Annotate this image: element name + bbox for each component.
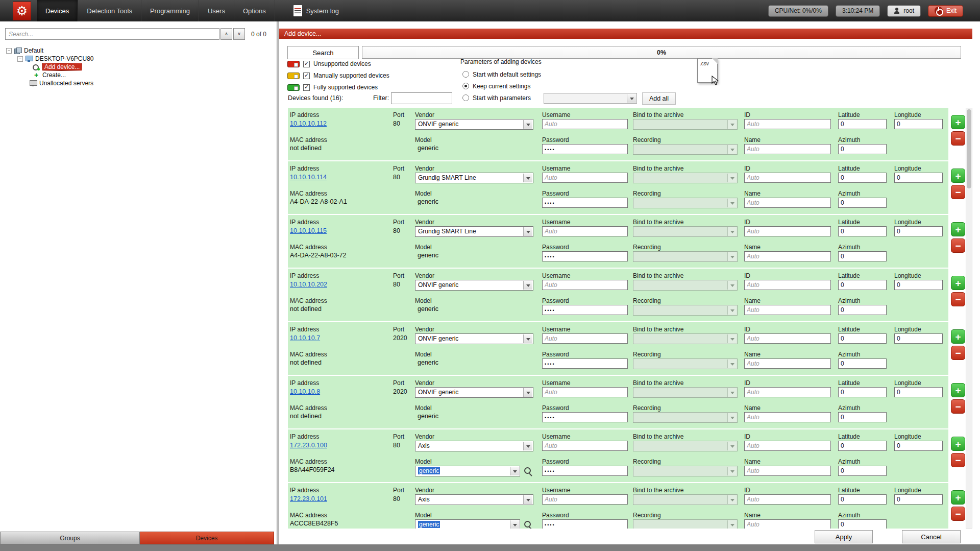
radio-option[interactable]: Start with parameters: [462, 93, 542, 102]
tree-item-add-device[interactable]: Add device...: [6, 63, 274, 71]
username-input[interactable]: [542, 494, 628, 505]
add-all-target-combobox[interactable]: [544, 93, 637, 104]
filter-checkbox[interactable]: ✓: [303, 84, 310, 91]
add-device-row-button[interactable]: +: [951, 169, 965, 183]
apply-button[interactable]: Apply: [815, 530, 873, 543]
name-input[interactable]: [744, 198, 831, 208]
vendor-combobox[interactable]: ONVIF generic: [415, 333, 533, 344]
remove-device-row-button[interactable]: −: [951, 292, 965, 306]
user-badge[interactable]: root: [887, 5, 921, 17]
name-input[interactable]: [744, 358, 831, 369]
ip-address-link[interactable]: 10.10.10.8: [290, 388, 320, 395]
name-input[interactable]: [744, 251, 831, 261]
bind-archive-combobox[interactable]: [633, 226, 738, 237]
settings-gear-button[interactable]: ⚙: [13, 2, 31, 20]
azimuth-input[interactable]: [838, 412, 887, 422]
latitude-input[interactable]: [838, 494, 887, 505]
name-input[interactable]: [744, 519, 831, 529]
recording-combobox[interactable]: [633, 198, 738, 208]
add-all-button[interactable]: Add all: [642, 92, 676, 105]
username-input[interactable]: [542, 441, 628, 451]
search-prev-button[interactable]: ∧: [220, 28, 232, 40]
latitude-input[interactable]: [838, 119, 887, 129]
bind-archive-combobox[interactable]: [633, 387, 738, 398]
filter-checkbox[interactable]: ✓: [303, 73, 310, 79]
collapse-icon[interactable]: −: [17, 56, 23, 62]
ip-address-link[interactable]: 10.10.10.202: [290, 281, 327, 288]
tab-devices[interactable]: Devices: [140, 532, 274, 544]
nav-tab[interactable]: Options: [234, 0, 275, 21]
tab-groups[interactable]: Groups: [0, 532, 140, 544]
azimuth-input[interactable]: [838, 251, 887, 261]
password-input[interactable]: [542, 519, 628, 529]
system-log-button[interactable]: System log: [293, 5, 339, 16]
bind-archive-combobox[interactable]: [633, 119, 738, 130]
tree-item-create[interactable]: + Create...: [6, 71, 274, 79]
add-device-row-button[interactable]: +: [951, 222, 965, 236]
remove-device-row-button[interactable]: −: [951, 507, 965, 521]
azimuth-input[interactable]: [838, 144, 887, 154]
azimuth-input[interactable]: [838, 358, 887, 369]
longitude-input[interactable]: [894, 119, 943, 129]
longitude-input[interactable]: [894, 333, 943, 344]
username-input[interactable]: [542, 119, 628, 129]
ip-address-link[interactable]: 10.10.10.7: [290, 334, 320, 342]
username-input[interactable]: [542, 387, 628, 397]
ip-address-link[interactable]: 10.10.10.112: [290, 120, 327, 127]
device-list-scrollbar[interactable]: [966, 108, 972, 529]
latitude-input[interactable]: [838, 333, 887, 344]
id-input[interactable]: [744, 119, 831, 129]
username-input[interactable]: [542, 226, 628, 236]
username-input[interactable]: [542, 173, 628, 183]
longitude-input[interactable]: [894, 226, 943, 236]
latitude-input[interactable]: [838, 280, 887, 290]
add-device-row-button[interactable]: +: [951, 276, 965, 290]
latitude-input[interactable]: [838, 441, 887, 451]
add-device-row-button[interactable]: +: [951, 437, 965, 451]
id-input[interactable]: [744, 441, 831, 451]
remove-device-row-button[interactable]: −: [951, 399, 965, 414]
id-input[interactable]: [744, 387, 831, 397]
model-combobox[interactable]: generic: [415, 519, 520, 529]
remove-device-row-button[interactable]: −: [951, 453, 965, 467]
id-input[interactable]: [744, 173, 831, 183]
remove-device-row-button[interactable]: −: [951, 346, 965, 360]
ip-address-link[interactable]: 10.10.10.115: [290, 227, 327, 234]
bind-archive-combobox[interactable]: [633, 441, 738, 451]
azimuth-input[interactable]: [838, 519, 887, 529]
remove-device-row-button[interactable]: −: [951, 238, 965, 253]
longitude-input[interactable]: [894, 441, 943, 451]
password-input[interactable]: [542, 466, 628, 476]
latitude-input[interactable]: [838, 387, 887, 397]
recording-combobox[interactable]: [633, 144, 738, 155]
password-input[interactable]: [542, 412, 628, 422]
add-device-row-button[interactable]: +: [951, 115, 965, 129]
recording-combobox[interactable]: [633, 358, 738, 369]
search-next-button[interactable]: ∨: [233, 28, 245, 40]
longitude-input[interactable]: [894, 494, 943, 505]
tree-item-unallocated-servers[interactable]: Unallocated servers: [6, 79, 274, 87]
azimuth-input[interactable]: [838, 305, 887, 315]
username-input[interactable]: [542, 280, 628, 290]
search-devices-button[interactable]: Search: [287, 46, 359, 59]
add-device-row-button[interactable]: +: [951, 329, 965, 344]
nav-tab[interactable]: Programming: [141, 0, 199, 21]
vendor-combobox[interactable]: Axis: [415, 441, 533, 451]
cancel-button[interactable]: Cancel: [902, 530, 961, 543]
bind-archive-combobox[interactable]: [633, 280, 738, 291]
name-input[interactable]: [744, 412, 831, 422]
id-input[interactable]: [744, 333, 831, 344]
id-input[interactable]: [744, 494, 831, 505]
vendor-combobox[interactable]: ONVIF generic: [415, 387, 533, 398]
password-input[interactable]: [542, 305, 628, 315]
filter-checkbox[interactable]: ✓: [303, 61, 310, 67]
latitude-input[interactable]: [838, 173, 887, 183]
remove-device-row-button[interactable]: −: [951, 131, 965, 146]
csv-export-button[interactable]: .csv: [697, 58, 723, 89]
model-combobox[interactable]: generic: [415, 466, 520, 476]
add-device-row-button[interactable]: +: [951, 383, 965, 397]
azimuth-input[interactable]: [838, 198, 887, 208]
longitude-input[interactable]: [894, 280, 943, 290]
azimuth-input[interactable]: [838, 466, 887, 476]
recording-combobox[interactable]: [633, 466, 738, 476]
